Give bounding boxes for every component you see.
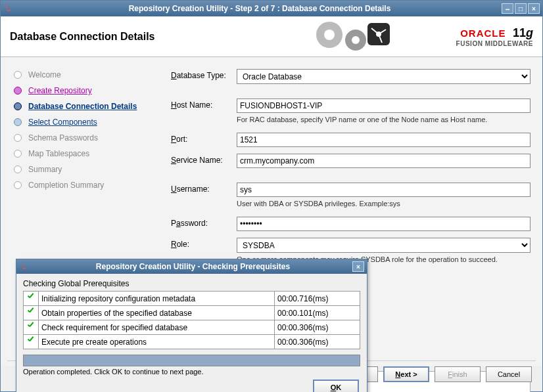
page-title: Database Connection Details [10,31,290,43]
port-label: Port: [171,133,237,144]
port-input[interactable] [237,133,531,147]
prereq-section-label: Checking Global Prerequisites [23,279,360,288]
step-schema-passwords: Schema Passwords [14,133,155,142]
brand: ORACLE 11g FUSION MIDDLEWARE [408,26,533,47]
svg-point-1 [324,30,335,40]
db-type-label: Database Type: [171,69,237,80]
step-select-components[interactable]: Select Components [14,118,155,127]
password-input[interactable] [237,217,531,231]
table-row: Check requirement for specified database… [24,320,360,335]
step-summary: Summary [14,165,155,174]
table-row: Execute pre create operations00:00.306(m… [24,335,360,349]
close-button[interactable]: × [528,3,540,14]
java-icon [3,3,14,14]
prerequisites-dialog: Repository Creation Utility - Checking P… [16,259,367,392]
brand-oracle: ORACLE [460,28,506,39]
password-label: Password: [171,217,237,228]
ok-button[interactable]: OK [313,380,359,392]
maximize-button[interactable]: □ [515,3,527,14]
gears-graphic [290,18,408,56]
step-completion-summary: Completion Summary [14,181,155,190]
svg-point-3 [352,36,360,44]
service-label: Service Name: [171,154,237,165]
host-input[interactable] [237,98,531,113]
prereq-table: Initializing repository configuration me… [23,291,360,349]
next-button[interactable]: Next > [383,366,429,382]
minimize-button[interactable]: ‒ [502,3,513,14]
db-type-select[interactable]: Oracle Database [237,69,531,84]
java-icon [19,261,30,272]
table-row: Initializing repository configuration me… [24,292,360,306]
check-icon [26,307,35,316]
dialog-title: Repository Creation Utility - Checking P… [34,262,352,271]
username-label: Username: [171,183,237,194]
dialog-close-button[interactable]: × [352,261,364,272]
step-create-repository[interactable]: Create Repository [14,86,155,95]
username-input[interactable] [237,183,531,197]
host-hint: For RAC database, specify VIP name or on… [237,116,531,123]
role-select[interactable]: SYSDBA [237,238,531,253]
username-hint: User with DBA or SYSDBA privileges. Exam… [237,200,531,207]
check-icon [26,293,35,302]
dialog-titlebar: Repository Creation Utility - Checking P… [16,259,367,274]
cancel-button[interactable]: Cancel [486,366,532,382]
step-db-connection[interactable]: Database Connection Details [14,102,155,111]
step-welcome: Welcome [14,70,155,79]
header: Database Connection Details ORACLE 11g F… [1,16,542,57]
finish-button: Finish [435,366,481,382]
check-icon [26,336,35,345]
titlebar: Repository Creation Utility - Step 2 of … [1,1,542,16]
role-label: Role: [171,238,237,249]
window-title: Repository Creation Utility - Step 2 of … [18,4,502,13]
brand-version: 11g [513,26,533,39]
table-row: Obtain properties of the specified datab… [24,306,360,320]
service-input[interactable] [237,154,531,168]
status-text: Operation completed. Click OK to continu… [23,368,360,376]
brand-subtitle: FUSION MIDDLEWARE [408,40,533,47]
host-label: Host Name: [171,98,237,110]
check-icon [26,322,35,331]
progress-bar [23,355,360,366]
step-map-tablespaces: Map Tablespaces [14,149,155,158]
